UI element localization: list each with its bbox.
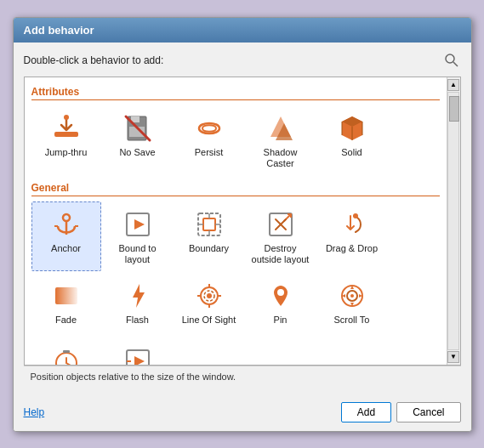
svg-point-28	[353, 213, 358, 218]
flash-icon	[121, 279, 155, 313]
scrollbar-track[interactable]	[447, 92, 459, 350]
svg-rect-17	[203, 218, 215, 230]
behavior-list[interactable]: Attributes Jump-thru	[25, 77, 447, 365]
behavior-item-anchor[interactable]: Anchor	[31, 201, 101, 271]
fade-label: Fade	[55, 315, 77, 326]
behavior-item-no-save[interactable]: No Save	[103, 105, 173, 175]
shadow-caster-label: Shadow Caster	[250, 147, 311, 169]
behavior-item-persist[interactable]: Persist	[174, 105, 244, 175]
help-link[interactable]: Help	[24, 406, 45, 418]
search-icon	[444, 53, 459, 68]
persist-icon	[192, 111, 226, 145]
behavior-item-solid[interactable]: Solid	[317, 105, 387, 175]
instruction-label: Double-click a behavior to add:	[24, 54, 164, 66]
general-section-label: General	[31, 182, 440, 196]
pin-label: Pin	[274, 315, 288, 326]
solid-icon	[335, 111, 369, 145]
svg-point-0	[446, 54, 454, 63]
no-save-icon	[121, 111, 155, 145]
svg-rect-29	[55, 287, 77, 304]
svg-rect-45	[63, 350, 70, 353]
status-bar: Position objects relative to the size of…	[24, 366, 461, 387]
behavior-item-timer[interactable]	[31, 338, 101, 364]
pin-icon	[264, 279, 298, 313]
svg-point-3	[64, 115, 69, 120]
behavior-item-pin[interactable]: Pin	[246, 273, 316, 332]
boundary-label: Boundary	[189, 243, 229, 254]
svg-point-38	[277, 289, 284, 296]
general-grid: Anchor Bound to layout	[31, 201, 440, 332]
destroy-outside-layout-label: Destroy outside layout	[250, 243, 311, 265]
svg-marker-15	[134, 219, 145, 230]
behavior-item-drag-drop[interactable]: Drag & Drop	[317, 201, 387, 271]
scroll-to-label: Scroll To	[334, 315, 370, 326]
line-of-sight-label: Line Of Sight	[182, 315, 236, 326]
scroll-to-icon	[335, 279, 369, 313]
content-area: Attributes Jump-thru	[24, 77, 461, 366]
drag-drop-icon	[335, 207, 369, 241]
flash-label: Flash	[126, 315, 149, 326]
behavior-item-bound-to-layout[interactable]: Bound to layout	[103, 201, 173, 271]
behavior-item-line-of-sight[interactable]: Line Of Sight	[174, 273, 244, 332]
svg-rect-2	[54, 132, 78, 137]
scrollbar[interactable]: ▲ ▼	[447, 77, 460, 365]
svg-point-41	[350, 294, 354, 298]
bound-to-layout-label: Bound to layout	[107, 243, 168, 265]
svg-line-1	[453, 62, 458, 66]
behavior-item-wrap[interactable]	[103, 338, 173, 364]
line-of-sight-icon	[192, 279, 226, 313]
behavior-item-boundary[interactable]: Boundary	[174, 201, 244, 271]
jump-thru-icon	[49, 111, 83, 145]
behavior-item-fade[interactable]: Fade	[31, 273, 101, 332]
wrap-icon	[121, 344, 155, 364]
search-button[interactable]	[442, 51, 461, 70]
scroll-up-button[interactable]: ▲	[447, 79, 459, 91]
more-grid	[31, 338, 440, 364]
anchor-icon	[49, 207, 83, 241]
attributes-section-label: Attributes	[31, 86, 440, 100]
attributes-grid: Jump-thru No Save	[31, 105, 440, 175]
boundary-icon	[192, 207, 226, 241]
scrollbar-thumb[interactable]	[449, 96, 459, 122]
cancel-button[interactable]: Cancel	[396, 402, 460, 422]
footer: Help Add Cancel	[14, 395, 471, 431]
drag-drop-label: Drag & Drop	[326, 243, 378, 254]
status-text: Position objects relative to the size of…	[31, 371, 236, 382]
scroll-down-button[interactable]: ▼	[447, 351, 459, 363]
dialog-title: Add behavior	[24, 24, 94, 37]
svg-point-10	[63, 214, 70, 221]
top-row: Double-click a behavior to add:	[24, 51, 461, 70]
svg-marker-47	[134, 356, 145, 364]
add-button[interactable]: Add	[341, 402, 391, 422]
behavior-item-destroy-outside-layout[interactable]: Destroy outside layout	[246, 201, 316, 271]
dialog-body: Double-click a behavior to add: Attribut…	[14, 43, 471, 395]
timer-icon	[49, 344, 83, 364]
svg-marker-30	[133, 284, 145, 308]
add-behavior-dialog: Add behavior Double-click a behavior to …	[13, 17, 472, 432]
persist-label: Persist	[195, 147, 224, 158]
no-save-label: No Save	[119, 147, 155, 158]
destroy-outside-layout-icon	[264, 207, 298, 241]
svg-point-32	[207, 293, 212, 298]
solid-label: Solid	[341, 147, 362, 158]
bound-to-layout-icon	[121, 207, 155, 241]
behavior-item-shadow-caster[interactable]: Shadow Caster	[246, 105, 316, 175]
anchor-label: Anchor	[51, 243, 81, 254]
behavior-item-scroll-to[interactable]: Scroll To	[317, 273, 387, 332]
behavior-item-flash[interactable]: Flash	[103, 273, 173, 332]
jump-thru-label: Jump-thru	[45, 147, 88, 158]
svg-line-44	[66, 363, 71, 364]
behavior-item-jump-thru[interactable]: Jump-thru	[31, 105, 101, 175]
footer-buttons: Add Cancel	[341, 402, 461, 422]
fade-icon	[49, 279, 83, 313]
title-bar: Add behavior	[14, 18, 471, 43]
shadow-caster-icon	[264, 111, 298, 145]
